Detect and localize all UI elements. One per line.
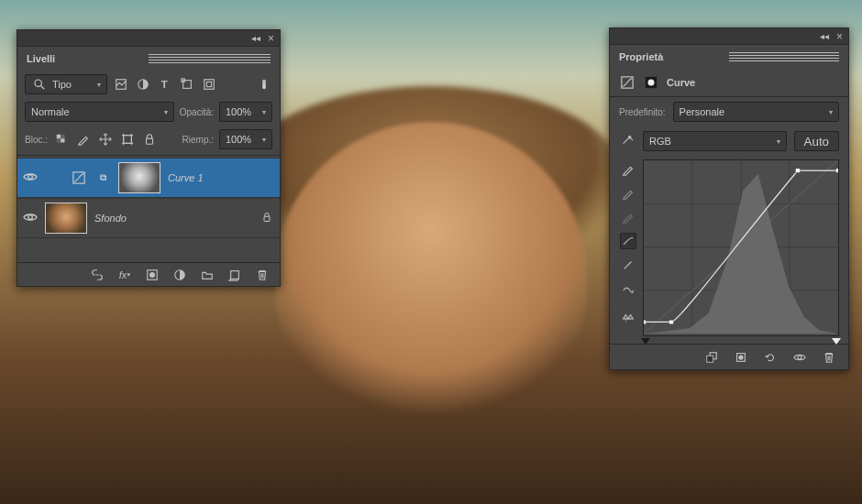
close-icon[interactable]: × [836,30,843,43]
auto-button[interactable]: Auto [794,131,839,151]
link-layers-icon[interactable] [89,267,105,283]
curves-adj-icon [619,74,635,91]
new-adjustment-icon[interactable] [171,267,188,283]
channel-select[interactable]: RGB ▾ [643,131,787,151]
layer-name[interactable]: Sfondo [94,213,252,224]
svg-point-21 [28,175,33,180]
filter-type-text-icon[interactable]: T [157,76,173,93]
properties-subheader: Curve [610,69,848,97]
blend-row: Normale ▾ Opacità: 100% ▾ [17,98,280,126]
svg-point-10 [262,80,266,83]
curves-graph[interactable] [643,159,839,336]
preset-row: Predefinito: Personale ▾ [610,97,848,126]
layers-bottom-bar: fx▾ [17,262,280,286]
svg-point-23 [28,215,33,220]
delete-layer-icon[interactable] [254,267,271,283]
smooth-icon[interactable] [620,280,636,297]
blend-mode-value: Normale [31,106,70,117]
mask-icon [643,74,659,91]
layers-panel: ◂◂ × Livelli Tipo ▾ T [17,29,281,287]
lock-label: Bloc.: [25,135,48,145]
svg-point-49 [798,356,801,359]
curves-adj-icon [71,170,87,186]
visibility-toggle-icon[interactable] [23,210,38,226]
layer-name[interactable]: Curve 1 [168,172,274,183]
svg-rect-42 [669,320,673,323]
layers-panel-tabstrip: ◂◂ × [17,30,280,47]
layer-row-background[interactable]: Sfondo [17,198,280,238]
opacity-select[interactable]: 100% ▾ [219,102,272,122]
delete-adjustment-icon[interactable] [821,349,837,366]
svg-rect-14 [57,138,61,142]
lock-position-icon[interactable] [97,131,114,148]
eyedropper-gray-icon[interactable] [620,185,636,202]
collapse-icon[interactable]: ◂◂ [820,31,829,41]
close-icon[interactable]: × [268,32,274,45]
opacity-value: 100% [226,106,251,117]
svg-rect-28 [231,270,239,279]
fill-select[interactable]: 100% ▾ [219,129,272,149]
new-layer-icon[interactable] [227,267,243,283]
view-previous-icon[interactable] [733,349,749,366]
layer-row-curves[interactable]: ⧉ Curve 1 [17,158,280,198]
link-icon: ⧉ [94,170,111,186]
blend-mode-select[interactable]: Normale ▾ [25,102,174,122]
svg-text:T: T [161,79,168,90]
panel-menu-icon[interactable] [149,54,271,63]
preset-label: Predefinito: [619,107,666,117]
svg-rect-46 [707,356,713,362]
eyedropper-black-icon[interactable] [620,161,636,178]
svg-point-26 [149,271,155,277]
clip-to-layer-icon[interactable] [703,349,720,366]
svg-point-0 [35,80,41,86]
filter-toggle-icon[interactable] [256,76,272,93]
svg-rect-15 [124,136,132,144]
svg-point-48 [738,355,743,359]
new-group-icon[interactable] [199,267,216,283]
panel-menu-icon[interactable] [729,52,839,61]
preset-select[interactable]: Personale ▾ [673,102,839,122]
visibility-toggle-icon[interactable] [23,170,38,186]
clip-warning-icon[interactable]: ! [620,310,636,326]
svg-line-1 [41,86,45,90]
black-point-slider[interactable] [641,338,650,345]
lock-row: Bloc.: Riemp.: 100% ▾ [17,126,280,153]
filter-shape-icon[interactable] [179,76,195,93]
lock-all-icon[interactable] [141,131,158,148]
svg-rect-43 [795,169,800,172]
lock-artboard-icon[interactable] [119,131,136,148]
filter-adjustment-icon[interactable] [135,76,151,93]
search-icon [31,76,48,93]
filter-smartobject-icon[interactable] [201,76,217,93]
eyedropper-white-icon[interactable] [620,209,636,225]
reset-icon[interactable] [762,349,779,366]
svg-text:!: ! [625,317,627,323]
curve-draw-tool-icon[interactable] [620,257,636,273]
white-point-slider[interactable] [832,338,841,345]
lock-pixels-icon[interactable] [75,131,92,148]
layer-filter-row: Tipo ▾ T [17,71,280,98]
svg-rect-7 [204,80,215,90]
svg-rect-12 [61,138,64,142]
layer-thumbnail[interactable] [118,162,160,193]
filter-type-select[interactable]: Tipo ▾ [25,74,107,94]
toggle-visibility-icon[interactable] [791,349,808,366]
svg-rect-11 [57,135,61,138]
edit-points-icon[interactable] [619,133,635,149]
layer-thumbnail[interactable] [45,203,87,234]
fill-label: Riemp.: [182,135,214,145]
filter-pixel-icon[interactable] [113,76,129,93]
svg-rect-44 [836,169,838,172]
properties-panel-title-bar: Proprietà [610,45,848,69]
layers-panel-title-bar: Livelli [17,47,280,71]
svg-rect-8 [206,82,211,86]
filter-type-label: Tipo [52,79,72,90]
lock-transparency-icon[interactable] [53,131,70,148]
fx-icon[interactable]: fx▾ [116,267,133,283]
add-mask-icon[interactable] [144,267,160,283]
curve-point-tool-icon[interactable] [620,233,636,249]
svg-point-31 [648,80,655,86]
layers-panel-title: Livelli [27,53,149,64]
collapse-icon[interactable]: ◂◂ [251,33,260,43]
svg-rect-41 [644,320,646,323]
